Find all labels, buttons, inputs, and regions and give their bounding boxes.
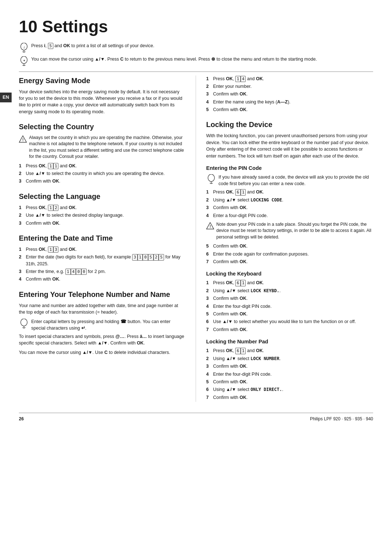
intro-tip-2: ✦ You can move the cursor using ▲/▼. Pre… xyxy=(19,56,373,66)
svg-text:i: i xyxy=(24,45,25,49)
date-time-title: Entering the Date and Time xyxy=(19,233,185,244)
telephone-title: Entering Your Telephone Number and Name xyxy=(19,289,185,300)
pin-warning-text: Note down your PIN code in a safe place.… xyxy=(216,221,373,240)
step-item: Press OK, 61 and OK. xyxy=(206,189,373,195)
selecting-country-title: Selecting the Country xyxy=(19,122,185,132)
step-item: Press OK, 13 and OK. xyxy=(19,246,185,253)
step-item: Confirm with OK. xyxy=(19,178,185,184)
step-item: Use ▲/▼ to select the country in which y… xyxy=(19,170,185,177)
footer-brand: Philips LPF 920 · 925 · 935 · 940 xyxy=(310,416,373,422)
step-item: Confirm with OK. xyxy=(19,276,185,282)
tip-icon-2: ✦ xyxy=(19,56,29,66)
svg-text:!: ! xyxy=(210,224,211,229)
step-item: Press OK, 11 and OK. xyxy=(19,163,185,169)
step-item: Confirm with OK. xyxy=(206,243,373,249)
step-item: Confirm with OK. xyxy=(206,326,373,333)
warning-triangle-pin-icon: ! xyxy=(206,222,214,232)
pin-steps: Press OK, 61 and OK. Using ▲/▼ select LO… xyxy=(206,189,373,219)
step-item: Using ▲/▼ select LOCK KEYBD.. xyxy=(206,287,373,294)
step-item: Enter the date (two digits for each fiel… xyxy=(19,254,185,267)
intro-notes: i Press i, 5 and OK to print a list of a… xyxy=(19,42,373,66)
intro-tip-1: i Press i, 5 and OK to print a list of a… xyxy=(19,42,373,53)
step-item: Enter your number. xyxy=(206,83,373,90)
step-item: Using ▲/▼ select ONLY DIRECT.. xyxy=(206,386,373,393)
telephone-tip-3-text: You can move the cursor using ▲/▼. Use C… xyxy=(19,349,185,356)
warning-triangle-icon: ! xyxy=(19,135,27,145)
step-item: Use ▲/▼ to select whether you would like… xyxy=(206,318,373,325)
step-item: Using ▲/▼ select LOCKING CODE. xyxy=(206,197,373,204)
telephone-tip-1-text: Enter capital letters by pressing and ho… xyxy=(31,318,185,331)
svg-text:✦: ✦ xyxy=(23,59,26,62)
section-divider xyxy=(19,72,373,72)
page: EN 10 Settings i Press i, 5 and OK to pr… xyxy=(0,0,392,555)
country-steps: Press OK, 11 and OK. Use ▲/▼ to select t… xyxy=(19,163,185,185)
step-item: Confirm with OK. xyxy=(206,106,373,113)
locking-number-pad-title: Locking the Number Pad xyxy=(206,338,373,346)
telephone-body: Your name and number are added together … xyxy=(19,302,185,316)
pin-tip-text: If you have already saved a code, the de… xyxy=(219,174,373,187)
content-columns: Energy Saving Mode Your device switches … xyxy=(19,76,373,402)
footer-page-number: 26 xyxy=(19,416,24,422)
step-item: Confirm with OK. xyxy=(206,258,373,265)
step-item: Confirm with OK. xyxy=(206,204,373,211)
pin-warning: ! Note down your PIN code in a safe plac… xyxy=(206,221,373,240)
svg-point-8 xyxy=(21,319,27,326)
left-column: Energy Saving Mode Your device switches … xyxy=(19,76,196,402)
step-item: Confirm with OK. xyxy=(19,220,185,227)
page-title: 10 Settings xyxy=(19,17,373,36)
number-pad-steps: Press OK, 61 and OK. Using ▲/▼ select LO… xyxy=(206,347,373,401)
intro-tip-2-text: You can move the cursor using ▲/▼. Press… xyxy=(31,56,317,62)
step-item: Enter the code again for confirmation pu… xyxy=(206,251,373,257)
step-item: Confirm with OK. xyxy=(206,311,373,317)
step-item: Confirm with OK. xyxy=(206,394,373,401)
step-item: Enter a four-digit PIN code. xyxy=(206,212,373,219)
step-item: Enter the name using the keys (A—Z). xyxy=(206,99,373,105)
energy-saving-title: Energy Saving Mode xyxy=(19,76,185,86)
language-badge: EN xyxy=(0,93,12,102)
tip-icon-1: i xyxy=(19,43,29,53)
tip-icon-tel-1 xyxy=(19,319,29,329)
svg-point-10 xyxy=(208,174,215,181)
language-steps: Press OK, 12 and OK. Use ▲/▼ to select t… xyxy=(19,204,185,227)
step-item: Press OK, 61 and OK. xyxy=(206,279,373,286)
step-item: Press OK, 61 and OK. xyxy=(206,347,373,354)
date-time-steps: Press OK, 13 and OK. Enter the date (two… xyxy=(19,246,185,283)
step-item: Use ▲/▼ to select the desired display la… xyxy=(19,212,185,219)
telephone-steps: Press OK, 14 and OK. Enter your number. … xyxy=(206,76,373,113)
locking-keyboard-title: Locking the Keyboard xyxy=(206,270,373,278)
step-item: Confirm with OK. xyxy=(206,363,373,370)
pin-steps-cont: Confirm with OK. Enter the code again fo… xyxy=(206,243,373,265)
telephone-tip-1: Enter capital letters by pressing and ho… xyxy=(19,318,185,331)
right-column: Press OK, 14 and OK. Enter your number. … xyxy=(196,76,373,402)
intro-tip-1-text: Press i, 5 and OK to print a list of all… xyxy=(31,42,154,49)
step-item: Confirm with OK. xyxy=(206,91,373,97)
selecting-language-title: Selecting the Language xyxy=(19,191,185,202)
step-item: Press OK, 14 and OK. xyxy=(206,76,373,82)
country-warning-text: Always set the country in which you are … xyxy=(29,135,185,160)
step-item: Enter the four-digit PIN code. xyxy=(206,303,373,310)
step-item: Enter the time, e.g. 1400 for 2 pm. xyxy=(19,268,185,275)
svg-text:!: ! xyxy=(23,138,24,142)
locking-device-title: Locking the Device xyxy=(206,119,373,130)
step-item: Using ▲/▼ select LOCK NUMBER. xyxy=(206,355,373,362)
entering-pin-title: Entering the PIN Code xyxy=(206,164,373,172)
keyboard-steps: Press OK, 61 and OK. Using ▲/▼ select LO… xyxy=(206,279,373,333)
step-item: Press OK, 12 and OK. xyxy=(19,204,185,211)
telephone-tip-2-text: To insert special characters and symbols… xyxy=(19,333,185,347)
step-item: Confirm with OK. xyxy=(206,379,373,385)
country-warning: ! Always set the country in which you ar… xyxy=(19,135,185,160)
locking-device-body: With the locking function, you can preve… xyxy=(206,132,373,159)
page-footer: 26 Philips LPF 920 · 925 · 935 · 940 xyxy=(19,413,373,422)
step-item: Enter the four-digit PIN code. xyxy=(206,371,373,378)
step-item: Confirm with OK. xyxy=(206,295,373,302)
energy-saving-body: Your device switches into the energy sav… xyxy=(19,89,185,115)
tip-icon-pin xyxy=(206,174,216,184)
pin-tip: If you have already saved a code, the de… xyxy=(206,174,373,187)
